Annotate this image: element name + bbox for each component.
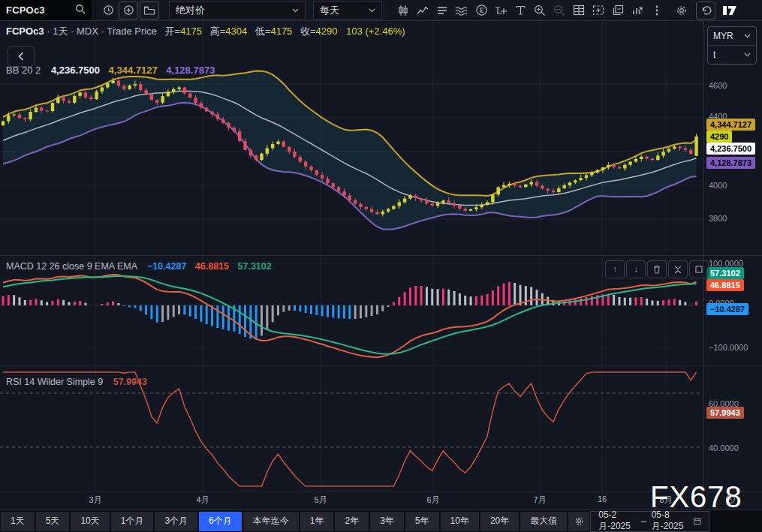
back-button[interactable] <box>8 46 35 67</box>
range-1m[interactable]: 1个月 <box>111 512 154 531</box>
text-tool-icon[interactable] <box>511 2 529 19</box>
main-price-pane[interactable] <box>0 21 703 255</box>
unit-dropdown[interactable]: t <box>708 45 756 64</box>
line-chart-icon[interactable] <box>414 2 432 19</box>
price-tick: 3800 <box>709 213 727 224</box>
search-icon <box>75 4 86 17</box>
chevron-down-icon <box>744 34 751 38</box>
last-price-chip: 4290 <box>706 131 732 143</box>
date-from: 05-2月-2025 <box>598 509 636 532</box>
symbol-search[interactable]: FCPOc3 <box>0 0 92 20</box>
time-axis-label: 3月 <box>89 494 101 506</box>
range-6m[interactable]: 6个月 <box>199 512 242 531</box>
currency-dropdown[interactable]: MYR <box>708 27 756 45</box>
zoom-out-icon[interactable] <box>550 2 568 19</box>
unit-value: t <box>713 50 715 60</box>
time-axis-label: 5月 <box>314 494 327 506</box>
price-mode-dropdown[interactable]: 绝对价 <box>169 1 306 20</box>
symbol-search-value: FCPOc3 <box>6 5 45 16</box>
screenshot-icon[interactable] <box>589 2 607 19</box>
bb-basis-chip: 4,236.7500 <box>706 143 755 155</box>
legend-exchange: MDX <box>77 26 98 37</box>
toolbar-divider <box>95 0 95 20</box>
range-5y[interactable]: 5年 <box>405 512 439 531</box>
currency-value: MYR <box>713 31 733 41</box>
chevron-down-icon <box>292 8 299 13</box>
symbol-legend: FCPOc3 · 1天 · MDX · Trade Price 开=4175 高… <box>6 25 405 38</box>
settings-gear-icon[interactable] <box>673 2 691 19</box>
interval-dropdown[interactable]: 每天 <box>313 1 382 20</box>
indicator-add-icon[interactable] <box>492 2 510 19</box>
layers-icon[interactable] <box>433 2 451 19</box>
macd-line-chip: 46.8815 <box>706 279 744 291</box>
pane-move-down-button[interactable]: ↓ <box>626 260 646 278</box>
price-tick: 4600 <box>709 80 727 91</box>
high-label: 高= <box>210 26 226 37</box>
pane-separator[interactable] <box>0 365 762 366</box>
range-10d[interactable]: 10天 <box>71 512 109 531</box>
rsi-tick: 40.0000 <box>709 443 739 453</box>
range-3y[interactable]: 3年 <box>370 512 404 531</box>
rsi-value-chip: 57.9943 <box>706 407 744 419</box>
bb-lower-value: 4,128.7873 <box>166 65 215 76</box>
macd-pane[interactable] <box>0 256 703 365</box>
macd-legend: MACD 12 26 close 9 EMA EMA −10.4287 46.8… <box>6 261 272 272</box>
rsi-legend: RSI 14 Wilder Simple 9 57.9943 <box>6 377 147 387</box>
zoom-in-icon[interactable] <box>531 2 549 19</box>
close-value: 4290 <box>316 26 338 37</box>
range-20y[interactable]: 20年 <box>480 512 519 531</box>
currency-unit-selector: MYR t <box>707 26 757 65</box>
time-axis[interactable]: 3月4月5月6月7月168月 <box>0 492 762 509</box>
range-max[interactable]: 最大值 <box>520 512 567 531</box>
trading-chart-app: FCPOc3 绝对价 每天 <box>0 0 762 532</box>
range-3m[interactable]: 3个月 <box>155 512 197 531</box>
candles-style-icon[interactable] <box>394 2 412 19</box>
bar-stats-icon[interactable] <box>628 2 646 19</box>
macd-hist-value: −10.4287 <box>147 261 186 272</box>
time-axis-label: 6月 <box>426 494 439 506</box>
more-dots-icon[interactable] <box>648 2 666 19</box>
folder-icon[interactable] <box>140 2 159 20</box>
bb-upper-value: 4,344.7127 <box>109 65 158 76</box>
change-value: 103 (+2.46%) <box>346 26 405 37</box>
legend-interval: 1天 <box>53 26 68 37</box>
pane-maximize-button[interactable] <box>689 260 709 278</box>
add-circle-icon[interactable] <box>119 2 138 20</box>
range-2y[interactable]: 2年 <box>335 512 369 531</box>
range-ytd[interactable]: 本年迄今 <box>243 512 299 531</box>
range-10y[interactable]: 10年 <box>441 512 479 531</box>
calendar-icon <box>694 516 701 526</box>
history-clock-icon[interactable] <box>99 2 117 19</box>
range-5d[interactable]: 5天 <box>36 512 70 531</box>
close-label: 收= <box>300 26 316 37</box>
undo-icon[interactable] <box>696 2 715 20</box>
bb-upper-chip: 4,344.7127 <box>706 119 755 131</box>
table-icon[interactable] <box>570 2 588 19</box>
macd-signal-value: 57.3102 <box>238 261 272 272</box>
macd-label: MACD 12 26 close 9 EMA EMA <box>6 261 137 272</box>
price-axis[interactable]: MYR t 4600 4400 4000 3800 4,344.7127 429… <box>703 21 762 491</box>
tradingview-logo[interactable] <box>721 2 739 19</box>
macd-line-value: 46.8815 <box>195 261 229 272</box>
waves-icon[interactable] <box>453 2 471 19</box>
legend-symbol: FCPOc3 <box>6 26 44 37</box>
time-axis-label: 7月 <box>533 494 546 506</box>
pane-collapse-button[interactable] <box>668 260 688 278</box>
price-mode-value: 绝对价 <box>176 4 205 17</box>
pane-separator[interactable] <box>0 255 762 256</box>
bb-basis-value: 4,236.7500 <box>51 65 100 76</box>
bb-lower-chip: 4,128.7873 <box>706 157 755 169</box>
date-separator: – <box>641 516 646 527</box>
range-1y[interactable]: 1年 <box>300 512 334 531</box>
copy-layout-icon[interactable] <box>609 2 627 19</box>
toolbar-divider <box>390 0 390 20</box>
range-settings-gear-icon[interactable] <box>568 512 589 531</box>
fx678-watermark: FX678 <box>650 480 742 514</box>
rsi-value: 57.9943 <box>113 377 147 387</box>
high-value: 4304 <box>225 26 247 37</box>
pane-delete-button[interactable] <box>647 260 667 278</box>
top-toolbar: FCPOc3 绝对价 每天 <box>0 0 762 21</box>
range-1d[interactable]: 1天 <box>1 512 35 531</box>
pane-move-up-button[interactable]: ↑ <box>605 260 625 278</box>
circle-e-icon[interactable] <box>472 2 490 19</box>
